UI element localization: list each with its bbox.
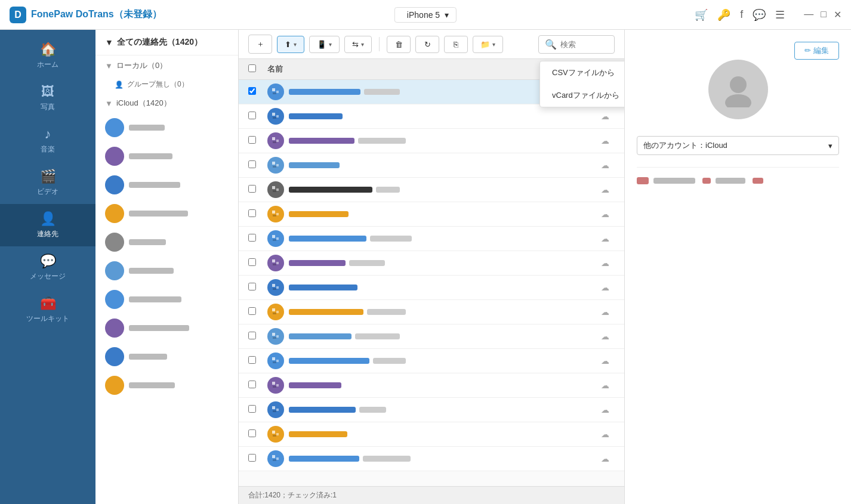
row-avatar (267, 450, 284, 467)
export-button[interactable]: 📱 ▾ (309, 36, 340, 53)
svg-rect-24 (272, 284, 275, 287)
facebook-icon[interactable]: f (740, 8, 743, 21)
row-checkbox[interactable] (248, 87, 256, 95)
device-selector[interactable]: iPhone 5 ▾ (394, 7, 457, 23)
local-group[interactable]: ▼ ローカル（0） (95, 55, 238, 76)
no-group-item[interactable]: 👤 グループ無し（0） (95, 76, 238, 93)
contact-row[interactable]: ☁ (239, 398, 624, 422)
contact-row[interactable]: ☁ (239, 324, 624, 349)
row-checkbox[interactable] (248, 307, 256, 315)
contact-row[interactable]: ☁ (239, 422, 624, 447)
import-button[interactable]: ⬆ ▾ (277, 36, 304, 53)
sidebar-label-home: ホーム (37, 60, 58, 70)
contact-row[interactable]: ☁ (239, 178, 624, 202)
header-check[interactable] (248, 64, 267, 74)
row-checkbox[interactable] (248, 429, 256, 437)
contact-row[interactable]: ☁ (239, 447, 624, 471)
contact-row[interactable]: ☁ (239, 349, 624, 373)
svg-point-48 (730, 76, 747, 93)
svg-rect-40 (276, 409, 279, 411)
sidebar-item-contacts[interactable]: 👤 連絡先 (0, 204, 95, 246)
list-item[interactable] (95, 256, 238, 285)
row-name-blur (289, 358, 406, 364)
svg-rect-3 (272, 113, 275, 116)
csv-import-item[interactable]: CSVファイルから (540, 61, 624, 84)
sidebar-item-home[interactable]: 🏠 ホーム (0, 35, 95, 77)
svg-rect-41 (273, 410, 276, 412)
list-item[interactable] (95, 342, 238, 371)
status-text: 合計:1420；チェック済み:1 (248, 491, 337, 499)
close-button[interactable]: ✕ (834, 9, 841, 20)
row-checkbox[interactable] (248, 405, 256, 413)
delete-button[interactable]: 🗑 (387, 36, 411, 53)
all-contacts-label: 全ての連絡先（1420） (117, 37, 202, 48)
row-avatar (267, 206, 284, 222)
contact-row[interactable]: ☁ (239, 373, 624, 398)
vcard-import-item[interactable]: vCardファイルから (540, 84, 624, 107)
row-checkbox[interactable] (248, 283, 256, 290)
contact-row[interactable]: ☁ (239, 104, 624, 129)
list-item[interactable] (95, 314, 238, 342)
row-checkbox[interactable] (248, 185, 256, 193)
row-checkbox[interactable] (248, 160, 256, 168)
key-icon[interactable]: 🔑 (717, 8, 730, 21)
row-avatar (267, 230, 284, 247)
contact-row[interactable]: ☁ (239, 153, 624, 178)
menu-icon[interactable]: ☰ (775, 8, 785, 21)
row-checkbox[interactable] (248, 234, 256, 242)
sidebar-item-video[interactable]: 🎬 ビデオ (0, 162, 95, 204)
contact-row[interactable]: ☁ (239, 251, 624, 276)
sidebar-item-music[interactable]: ♪ 音楽 (0, 119, 95, 162)
row-checkbox-cell (248, 87, 267, 97)
icloud-group[interactable]: ▼ iCloud（1420） (95, 93, 238, 113)
list-avatar (105, 290, 124, 309)
search-box[interactable]: 🔍 (538, 35, 615, 54)
row-name-cell (267, 377, 596, 394)
row-checkbox[interactable] (248, 332, 256, 339)
list-item[interactable] (95, 171, 238, 199)
row-name-cell (267, 206, 596, 222)
maximize-button[interactable]: □ (821, 9, 827, 20)
sidebar-item-photos[interactable]: 🖼 写真 (0, 77, 95, 119)
account-selector[interactable]: 他のアカウント：iCloud ▾ (637, 136, 839, 155)
contact-row[interactable]: ☁ (239, 202, 624, 227)
export-arrow: ▾ (329, 41, 332, 48)
list-item[interactable] (95, 285, 238, 314)
more-button[interactable]: 📁 ▾ (473, 36, 503, 53)
row-checkbox[interactable] (248, 356, 256, 364)
svg-rect-35 (273, 361, 276, 363)
row-checkbox[interactable] (248, 258, 256, 266)
transfer-icon: ⇆ (352, 40, 359, 49)
list-item[interactable] (95, 113, 238, 142)
edit-button[interactable]: ✏ 編集 (794, 42, 839, 60)
svg-rect-30 (272, 333, 275, 336)
row-checkbox[interactable] (248, 112, 256, 119)
svg-rect-33 (272, 357, 275, 360)
list-item[interactable] (95, 228, 238, 256)
list-item[interactable] (95, 142, 238, 171)
row-checkbox[interactable] (248, 209, 256, 217)
row-checkbox[interactable] (248, 454, 256, 462)
contact-row[interactable]: ☁ (239, 227, 624, 251)
svg-rect-11 (273, 166, 276, 168)
list-item[interactable] (95, 371, 238, 400)
minimize-button[interactable]: — (804, 9, 813, 20)
cart-icon[interactable]: 🛒 (695, 8, 708, 21)
copy-button[interactable]: ⎘ (444, 36, 468, 53)
refresh-button[interactable]: ↻ (415, 36, 439, 53)
sidebar-item-toolkit[interactable]: 🧰 ツールキット (0, 289, 95, 331)
transfer-button[interactable]: ⇆ ▾ (344, 36, 372, 53)
contact-row[interactable]: ☁ (239, 276, 624, 300)
contact-row[interactable]: ☁ (239, 129, 624, 153)
row-checkbox[interactable] (248, 136, 256, 144)
sidebar-item-messages[interactable]: 💬 メッセージ (0, 246, 95, 289)
select-all-checkbox[interactable] (248, 64, 256, 72)
chat-icon[interactable]: 💬 (753, 8, 766, 21)
search-input[interactable] (560, 40, 608, 49)
row-checkbox[interactable] (248, 381, 256, 388)
list-item[interactable] (95, 199, 238, 228)
contact-row[interactable]: ☁ (239, 300, 624, 324)
add-button[interactable]: ＋ (248, 35, 272, 54)
svg-rect-6 (272, 137, 275, 140)
row-checkbox-cell (248, 429, 267, 439)
